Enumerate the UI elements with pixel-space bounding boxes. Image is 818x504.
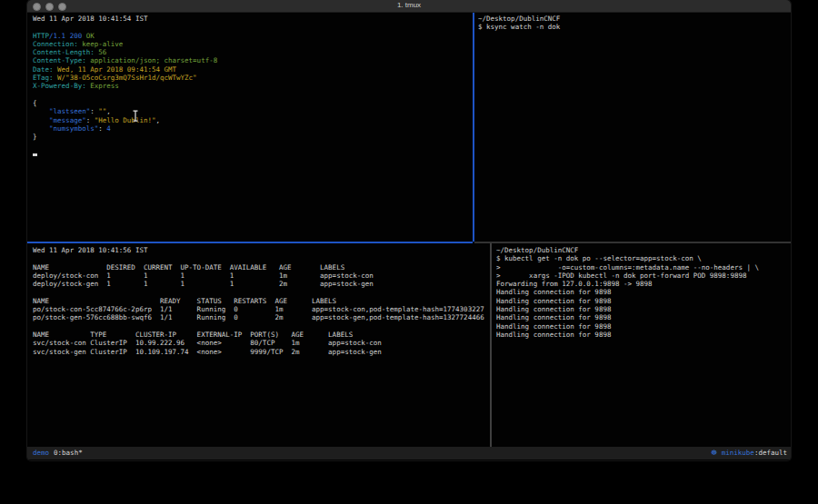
pane-ksync-watch[interactable]: ~/Desktop/DublinCNCF$ ksync watch -n dok: [474, 13, 791, 243]
terminal-line: [33, 288, 495, 296]
terminal-line: svc/stock-gen ClusterIP 10.109.197.74 <n…: [33, 348, 495, 356]
pane-http-response[interactable]: Wed 11 Apr 2018 10:41:54 IST HTTP/1.1 20…: [27, 13, 478, 243]
terminal-line: deploy/stock-gen 1 1 1 1 2m app=stock-ge…: [33, 280, 495, 288]
terminal-line: po/stock-con-5cc874766c-2p6rp 1/1 Runnin…: [33, 305, 495, 313]
terminal-line: Wed 11 Apr 2018 10:41:54 IST: [33, 15, 478, 23]
terminal-line: Wed 11 Apr 2018 10:41:56 IST: [33, 246, 495, 254]
tmux-content: Wed 11 Apr 2018 10:41:54 IST HTTP/1.1 20…: [27, 13, 791, 447]
window-title: 1. tmux: [27, 1, 791, 9]
terminal-line: "message": "Hello Dublin!",: [33, 116, 478, 124]
terminal-line: Handling connection for 9898: [496, 305, 791, 313]
terminal-line: NAME TYPE CLUSTER-IP EXTERNAL-IP PORT(S)…: [33, 331, 495, 339]
terminal-line: po/stock-gen-576cc688bb-swqf6 1/1 Runnin…: [33, 313, 495, 321]
terminal-line: > -o=custom-columns=:metadata.name --no-…: [496, 263, 791, 272]
terminal-line: > xargs -IPOD kubectl -n dok port-forwar…: [496, 272, 791, 280]
terminal-line: {: [33, 99, 478, 107]
terminal-line: Handling connection for 9898: [496, 313, 791, 321]
terminal-line: ETag: W/"38-O5coCsrg3mQ7SsHr1d/qcWTwYZc": [33, 74, 478, 82]
terminal-line: [33, 141, 478, 149]
terminal-line: "lastseen": "",: [33, 107, 478, 115]
tmux-status-bar: demo0:bash* ☸ minikube:default: [27, 447, 791, 460]
status-right: ☸ minikube:default: [711, 447, 787, 460]
terminal-line: [33, 254, 495, 262]
terminal-line: Handling connection for 9898: [496, 288, 791, 296]
pane-port-forward[interactable]: ~/Desktop/DublinCNCF$ kubectl get -n dok…: [492, 243, 791, 450]
terminal-line: Handling connection for 9898: [496, 322, 791, 331]
terminal-line: "numsymbols": 4: [33, 124, 478, 133]
terminal-line: ~/Desktop/DublinCNCF: [478, 15, 791, 23]
terminal-line: HTTP/1.1 200 OK: [33, 32, 478, 40]
window-list-item[interactable]: 0:bash*: [54, 449, 83, 457]
pane-kubectl-get[interactable]: Wed 11 Apr 2018 10:41:56 IST NAME DESIRE…: [27, 243, 495, 450]
terminal-line: Handling connection for 9898: [496, 297, 791, 305]
terminal-line: Forwarding from 127.0.0.1:9898 -> 9898: [496, 280, 791, 288]
terminal-line: $ ksync watch -n dok: [478, 23, 791, 31]
desktop-background: 1. tmux Wed 11 Apr 2018 10:41:54 IST HTT…: [0, 0, 818, 504]
terminal-line: deploy/stock-con 1 1 1 1 1m app=stock-co…: [33, 272, 495, 280]
terminal-line: NAME READY STATUS RESTARTS AGE LABELS: [33, 297, 495, 305]
terminal-line: Handling connection for 9898: [496, 331, 791, 339]
terminal-line: $ kubectl get -n dok po --selector=app=s…: [496, 254, 791, 262]
terminal-line: Content-Length: 56: [33, 48, 478, 56]
mouse-pointer-ibeam-icon: [132, 110, 140, 123]
terminal-line: svc/stock-con ClusterIP 10.99.222.96 <no…: [33, 339, 495, 347]
status-left: demo0:bash*: [33, 447, 83, 460]
terminal-line: [33, 91, 478, 99]
terminal-line: Date: Wed, 11 Apr 2018 09:41:54 GMT: [33, 65, 478, 74]
terminal-line: X-Powered-By: Express: [33, 82, 478, 90]
kube-namespace: :default: [754, 449, 787, 457]
terminal-line: Connection: keep-alive: [33, 40, 478, 48]
terminal-line: NAME DESIRED CURRENT UP-TO-DATE AVAILABL…: [33, 263, 495, 272]
terminal-window: 1. tmux Wed 11 Apr 2018 10:41:54 IST HTT…: [27, 0, 791, 460]
window-titlebar[interactable]: 1. tmux: [27, 0, 791, 13]
kube-context: minikube: [722, 449, 754, 457]
terminal-line: Content-Type: application/json; charset=…: [33, 56, 478, 64]
terminal-line: [33, 23, 478, 31]
terminal-line: }: [33, 133, 478, 141]
session-name: demo: [33, 449, 49, 457]
terminal-line: [33, 150, 478, 158]
block-cursor: [33, 153, 37, 156]
terminal-line: ~/Desktop/DublinCNCF: [496, 246, 791, 254]
terminal-line: [33, 322, 495, 331]
